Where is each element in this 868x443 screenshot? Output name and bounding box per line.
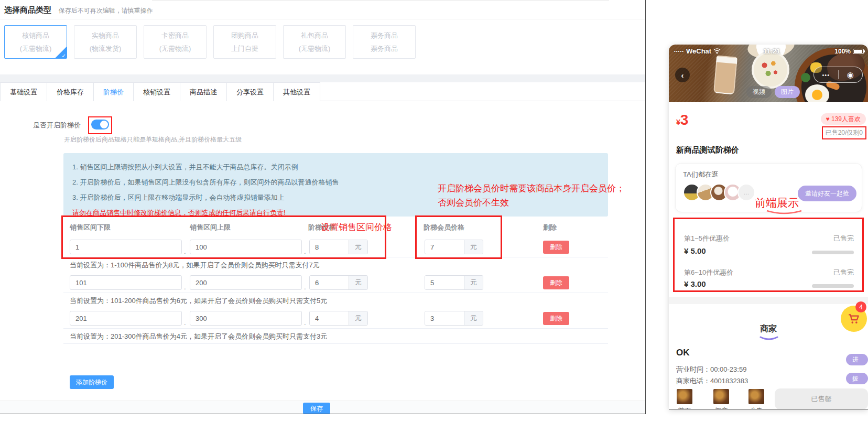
range-separator: . (184, 247, 186, 255)
image-tab[interactable]: 图片 (775, 86, 800, 98)
tab-basic-settings[interactable]: 基础设置 (0, 82, 47, 101)
gallery-item[interactable]: 橱窗 (713, 389, 729, 409)
sold-out-tab[interactable]: 已售罄 (775, 388, 868, 409)
member-price-input[interactable] (425, 240, 464, 254)
header-divider (0, 19, 646, 19)
shop-phone: 商家电话：4001832383 (676, 376, 748, 386)
cart-badge: 4 (855, 301, 866, 312)
col-upper-limit: 销售区间上限 (190, 223, 231, 232)
delete-row-button[interactable]: 删除 (543, 241, 569, 254)
fried-egg-shape (805, 84, 829, 102)
annotation-box-toggle (88, 116, 112, 134)
unit-addon: 元 (349, 276, 367, 289)
product-type-card-ticket[interactable]: 票务商品 票务商品 (353, 25, 416, 59)
card-name: 礼包商品 (301, 31, 328, 40)
tab-other-settings[interactable]: 其他设置 (274, 82, 320, 101)
product-type-card-physical[interactable]: 实物商品 (物流发货) (74, 25, 137, 59)
battery-percent: 100% (834, 48, 851, 55)
tier-toggle-label: 是否开启阶梯价 (33, 121, 81, 130)
tab-verification-settings[interactable]: 核销设置 (134, 82, 180, 101)
egg-yolk-shape (812, 90, 822, 100)
product-type-card-verification[interactable]: 核销商品 (无需物流) ✓ (4, 25, 67, 59)
tier-item-status: 已售完 (833, 268, 854, 277)
visitors-label: TA们都在逛 (683, 170, 719, 179)
tab-tier-price[interactable]: 阶梯价 (94, 82, 134, 101)
tab-share-settings[interactable]: 分享设置 (227, 82, 274, 101)
shop-hours: 营业时间：00:00-23:59 (676, 365, 746, 374)
gallery-item[interactable]: 首页 (677, 389, 692, 409)
gallery-item[interactable]: 公告 (748, 389, 764, 409)
page-title: 选择商品类型 (4, 5, 51, 14)
tab-price-stock[interactable]: 价格库存 (47, 82, 94, 101)
product-type-card-groupbuy[interactable]: 团购商品 上门自提 (213, 25, 276, 59)
check-icon: ✓ (62, 53, 66, 59)
card-name: 团购商品 (231, 31, 258, 40)
annotation-box-sales: 已售20/仅剩0 (822, 126, 866, 139)
range-separator: . (304, 247, 306, 255)
tier-price-input[interactable] (310, 311, 349, 325)
upper-limit-input[interactable] (190, 311, 302, 326)
more-menu-icon[interactable]: ••• (814, 72, 838, 78)
notice-line: 1. 销售区间上限请按照从小到大设置，并且不能大于商品总库存。关闭示例 (72, 159, 599, 175)
invite-friends-button[interactable]: 邀请好友一起抢 (798, 186, 856, 201)
member-price-input[interactable] (425, 276, 464, 289)
sales-count: 已售20/仅剩0 (826, 129, 863, 136)
annotation-underline-curve (766, 209, 802, 215)
product-type-card-giftpack[interactable]: 礼包商品 (无需物流) (283, 25, 346, 59)
add-tier-button[interactable]: 添加阶梯价 (70, 375, 114, 389)
card-desc: 上门自提 (231, 44, 258, 53)
tier-price-input[interactable] (310, 240, 349, 254)
card-desc: (物流发货) (90, 44, 122, 53)
video-tab[interactable]: 视频 (746, 86, 772, 98)
save-button[interactable]: 保存 (303, 403, 330, 414)
page-subtitle: 保存后不可再次编辑，请慎重操作 (59, 7, 153, 14)
enter-shop-button[interactable]: 进入 (846, 354, 868, 365)
broccoli-shape (801, 73, 810, 82)
unit-addon: 元 (349, 240, 367, 254)
status-time: 11:21 (763, 47, 780, 55)
card-desc: (无需物流) (159, 44, 191, 53)
likes-badge: ♥ 139人喜欢 (821, 113, 866, 125)
card-desc: (无需物流) (299, 44, 331, 53)
cart-icon (847, 312, 861, 326)
milk-tea-shape (713, 55, 737, 94)
visitor-avatars: … (683, 183, 755, 201)
tier-price-input[interactable] (310, 276, 349, 289)
lower-limit-input[interactable] (70, 275, 182, 290)
section-gap (0, 74, 646, 82)
lower-limit-input[interactable] (70, 240, 182, 254)
tier-item-price: ¥ 5.00 (684, 246, 706, 255)
status-bar: ••••• WeChat 11:21 100% (674, 47, 864, 55)
cut-top-border (152, 1, 609, 1)
upper-limit-input[interactable] (190, 240, 302, 254)
section-divider (669, 297, 868, 304)
back-button[interactable]: ‹ (675, 68, 690, 82)
gallery-thumbnail (713, 389, 729, 404)
member-price-input[interactable] (425, 311, 464, 325)
price-value: 3 (680, 112, 689, 128)
merchant-tab[interactable]: 商家 (669, 323, 868, 334)
screenshot-canvas: 选择商品类型 保存后不可再次编辑，请慎重操作 核销商品 (无需物流) ✓ 实物商… (0, 0, 868, 443)
range-separator: . (304, 283, 306, 291)
tier-price-toggle[interactable] (91, 120, 109, 129)
close-target-icon[interactable]: ◉ (839, 70, 863, 80)
delete-row-button[interactable]: 删除 (543, 312, 569, 325)
lower-limit-input[interactable] (70, 311, 182, 326)
card-desc: 票务商品 (371, 44, 398, 53)
gallery-thumbnail (677, 389, 692, 404)
gallery-label: 首页 (677, 406, 692, 409)
tier-item-name: 第6~10件优惠价 (684, 268, 733, 277)
tier-row: . . 元 元 删除 (63, 237, 608, 257)
tab-product-description[interactable]: 商品描述 (180, 82, 227, 101)
unit-addon: 元 (464, 276, 483, 289)
gallery-label: 橱窗 (713, 406, 729, 409)
call-shop-button[interactable]: 拨打 (846, 373, 868, 384)
annotation-frontend-display: 前端展示 (755, 196, 799, 210)
tier-row: . . 元 元 删除 (63, 308, 608, 328)
product-type-card-cardkey[interactable]: 卡密商品 (无需物流) (144, 25, 207, 59)
upper-limit-input[interactable] (190, 275, 302, 290)
delete-row-button[interactable]: 删除 (543, 276, 569, 289)
tier-price-table: 销售区间下限 销售区间上限 阶梯价格 阶梯会员价格 删除 . . 元 元 (63, 218, 608, 344)
range-separator: . (304, 319, 306, 327)
tier-item-status: 已售完 (833, 234, 854, 243)
